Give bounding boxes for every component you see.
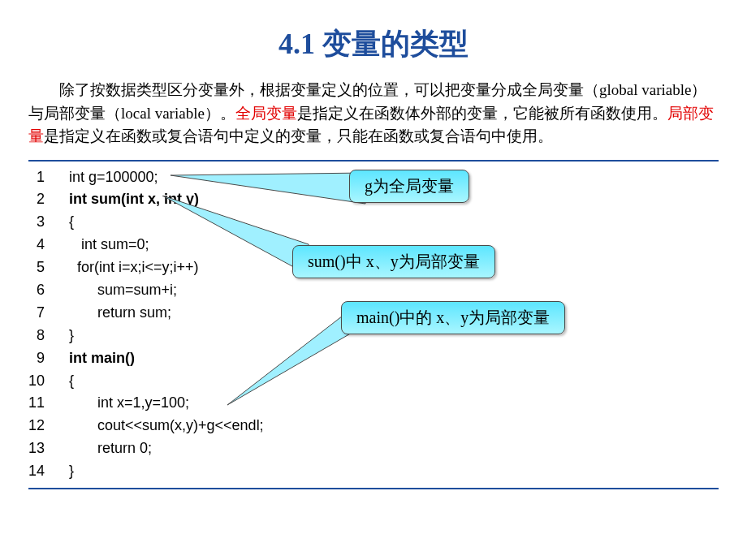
line-number: 6: [28, 279, 69, 302]
code-line: 10{: [28, 370, 719, 393]
svg-marker-1: [162, 196, 309, 275]
intro-paragraph: 除了按数据类型区分变量外，根据变量定义的位置，可以把变量分成全局变量（globa…: [28, 79, 719, 149]
svg-marker-2: [227, 308, 353, 405]
line-number: 3: [28, 211, 69, 234]
callout-main-local: main()中的 x、y为局部变量: [341, 301, 565, 334]
code-text: return sum;: [69, 302, 171, 325]
code-line: 9int main(): [28, 347, 719, 370]
callout-global: g为全局变量: [349, 170, 469, 203]
code-text: int sum=0;: [69, 234, 149, 256]
code-line: 13 return 0;: [28, 437, 719, 460]
code-line: 3{: [28, 211, 719, 234]
code-line: 12 cout<<sum(x,y)+g<<endl;: [28, 415, 719, 437]
line-number: 12: [28, 415, 69, 437]
para-part3: 是指定义在函数或复合语句中定义的变量，只能在函数或复合语句中使用。: [44, 127, 553, 144]
code-block: 1int g=100000; 2int sum(int x, int y) 3{…: [28, 160, 719, 489]
line-number: 2: [28, 188, 69, 211]
code-line: 6 sum=sum+i;: [28, 279, 719, 302]
code-text: int main(): [69, 347, 135, 370]
code-text: }: [69, 460, 74, 483]
line-number: 4: [28, 234, 69, 256]
line-number: 5: [28, 256, 69, 279]
code-line: 11 int x=1,y=100;: [28, 392, 719, 415]
para-part2: 是指定义在函数体外部的变量，它能被所有函数使用。: [297, 105, 667, 122]
line-number: 8: [28, 325, 69, 347]
line-number: 1: [28, 166, 69, 189]
para-red1: 全局变量: [235, 105, 297, 122]
code-line: 14}: [28, 460, 719, 483]
code-text: {: [69, 211, 74, 234]
code-text: int x=1,y=100;: [69, 392, 189, 415]
code-text: cout<<sum(x,y)+g<<endl;: [69, 415, 264, 437]
page-title: 4.1 变量的类型: [0, 24, 747, 64]
code-text: sum=sum+i;: [69, 279, 177, 302]
line-number: 7: [28, 302, 69, 325]
code-text: {: [69, 370, 74, 393]
code-text: }: [69, 325, 74, 347]
code-text: int g=100000;: [69, 166, 158, 189]
line-number: 11: [28, 392, 69, 415]
code-text: return 0;: [69, 437, 152, 460]
line-number: 9: [28, 347, 69, 370]
callout-sum-local: sum()中 x、y为局部变量: [292, 245, 495, 278]
line-number: 13: [28, 437, 69, 460]
line-number: 14: [28, 460, 69, 483]
line-number: 10: [28, 370, 69, 393]
